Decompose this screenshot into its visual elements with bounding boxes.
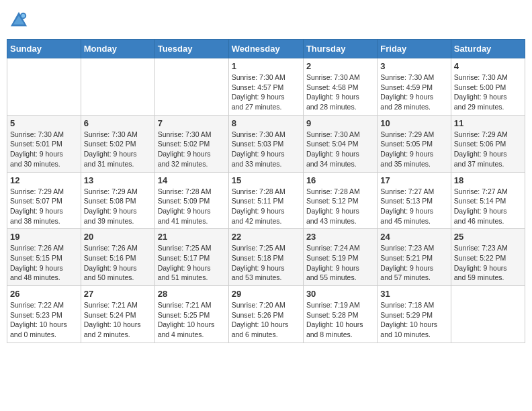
calendar-cell: 4Sunrise: 7:30 AM Sunset: 5:00 PM Daylig… [451,58,525,116]
day-number: 15 [232,175,300,185]
day-number: 27 [84,289,152,299]
day-info: Sunrise: 7:23 AM Sunset: 5:21 PM Dayligh… [380,243,447,283]
weekday-header: Tuesday [154,40,228,58]
day-number: 5 [10,118,78,128]
calendar-cell [451,286,525,343]
calendar-cell: 24Sunrise: 7:23 AM Sunset: 5:21 PM Dayli… [378,229,451,286]
day-info: Sunrise: 7:29 AM Sunset: 5:06 PM Dayligh… [454,130,522,169]
calendar-cell: 25Sunrise: 7:23 AM Sunset: 5:22 PM Dayli… [451,229,525,286]
day-info: Sunrise: 7:26 AM Sunset: 5:16 PM Dayligh… [84,243,152,283]
day-number: 13 [84,175,152,185]
day-number: 22 [232,232,300,242]
calendar-cell: 6Sunrise: 7:30 AM Sunset: 5:02 PM Daylig… [81,115,154,172]
day-info: Sunrise: 7:27 AM Sunset: 5:13 PM Dayligh… [380,187,447,226]
weekday-header: Saturday [451,40,525,58]
day-number: 10 [380,118,447,128]
day-info: Sunrise: 7:24 AM Sunset: 5:19 PM Dayligh… [306,243,374,283]
day-info: Sunrise: 7:30 AM Sunset: 5:04 PM Dayligh… [306,130,374,169]
day-info: Sunrise: 7:28 AM Sunset: 5:09 PM Dayligh… [158,187,226,226]
day-number: 26 [10,289,78,299]
day-number: 28 [158,289,226,299]
weekday-header: Friday [378,40,451,58]
day-number: 19 [10,232,78,242]
calendar-cell: 30Sunrise: 7:19 AM Sunset: 5:28 PM Dayli… [303,286,377,343]
calendar-header-row: SundayMondayTuesdayWednesdayThursdayFrid… [7,40,525,58]
day-info: Sunrise: 7:23 AM Sunset: 5:22 PM Dayligh… [454,243,522,283]
day-number: 16 [306,175,374,185]
day-number: 25 [454,232,522,242]
calendar-cell: 18Sunrise: 7:27 AM Sunset: 5:14 PM Dayli… [451,172,525,229]
day-info: Sunrise: 7:21 AM Sunset: 5:24 PM Dayligh… [84,300,152,340]
weekday-header: Sunday [7,40,81,58]
calendar-week-row: 5Sunrise: 7:30 AM Sunset: 5:01 PM Daylig… [7,115,525,172]
weekday-header: Wednesday [228,40,303,58]
day-info: Sunrise: 7:25 AM Sunset: 5:17 PM Dayligh… [158,243,226,283]
day-info: Sunrise: 7:21 AM Sunset: 5:25 PM Dayligh… [158,300,226,340]
calendar-cell: 27Sunrise: 7:21 AM Sunset: 5:24 PM Dayli… [81,286,154,343]
calendar-cell: 22Sunrise: 7:25 AM Sunset: 5:18 PM Dayli… [228,229,303,286]
day-number: 30 [306,289,374,299]
day-info: Sunrise: 7:26 AM Sunset: 5:15 PM Dayligh… [10,243,78,283]
day-info: Sunrise: 7:30 AM Sunset: 5:02 PM Dayligh… [158,130,226,169]
calendar-week-row: 1Sunrise: 7:30 AM Sunset: 4:57 PM Daylig… [7,58,525,116]
day-number: 2 [306,61,374,71]
calendar-cell: 16Sunrise: 7:28 AM Sunset: 5:12 PM Dayli… [303,172,377,229]
day-info: Sunrise: 7:30 AM Sunset: 4:57 PM Dayligh… [232,73,300,112]
calendar-cell: 17Sunrise: 7:27 AM Sunset: 5:13 PM Dayli… [378,172,451,229]
calendar-week-row: 12Sunrise: 7:29 AM Sunset: 5:07 PM Dayli… [7,172,525,229]
day-info: Sunrise: 7:29 AM Sunset: 5:08 PM Dayligh… [84,187,152,226]
calendar-cell: 20Sunrise: 7:26 AM Sunset: 5:16 PM Dayli… [81,229,154,286]
day-number: 18 [454,175,522,185]
day-info: Sunrise: 7:20 AM Sunset: 5:26 PM Dayligh… [232,300,300,340]
calendar-week-row: 26Sunrise: 7:22 AM Sunset: 5:23 PM Dayli… [7,286,525,343]
calendar-cell: 7Sunrise: 7:30 AM Sunset: 5:02 PM Daylig… [154,115,228,172]
calendar-table: SundayMondayTuesdayWednesdayThursdayFrid… [7,39,525,343]
day-number: 11 [454,118,522,128]
calendar-cell: 21Sunrise: 7:25 AM Sunset: 5:17 PM Dayli… [154,229,228,286]
calendar-cell: 19Sunrise: 7:26 AM Sunset: 5:15 PM Dayli… [7,229,81,286]
day-number: 29 [232,289,300,299]
day-info: Sunrise: 7:18 AM Sunset: 5:29 PM Dayligh… [380,300,447,340]
calendar-cell: 11Sunrise: 7:29 AM Sunset: 5:06 PM Dayli… [451,115,525,172]
calendar-cell: 31Sunrise: 7:18 AM Sunset: 5:29 PM Dayli… [378,286,451,343]
calendar-cell: 3Sunrise: 7:30 AM Sunset: 4:59 PM Daylig… [378,58,451,116]
logo-icon [9,11,28,30]
day-info: Sunrise: 7:22 AM Sunset: 5:23 PM Dayligh… [10,300,78,340]
day-number: 20 [84,232,152,242]
logo [9,11,31,30]
calendar-cell [81,58,154,116]
day-info: Sunrise: 7:30 AM Sunset: 5:00 PM Dayligh… [454,73,522,112]
calendar-cell: 5Sunrise: 7:30 AM Sunset: 5:01 PM Daylig… [7,115,81,172]
day-info: Sunrise: 7:28 AM Sunset: 5:12 PM Dayligh… [306,187,374,226]
day-number: 7 [158,118,226,128]
calendar-cell: 15Sunrise: 7:28 AM Sunset: 5:11 PM Dayli… [228,172,303,229]
day-info: Sunrise: 7:30 AM Sunset: 4:58 PM Dayligh… [306,73,374,112]
day-info: Sunrise: 7:29 AM Sunset: 5:07 PM Dayligh… [10,187,78,226]
calendar-cell [7,58,81,116]
calendar-cell [154,58,228,116]
day-info: Sunrise: 7:30 AM Sunset: 5:01 PM Dayligh… [10,130,78,169]
calendar-cell: 12Sunrise: 7:29 AM Sunset: 5:07 PM Dayli… [7,172,81,229]
day-info: Sunrise: 7:30 AM Sunset: 5:02 PM Dayligh… [84,130,152,169]
calendar-cell: 23Sunrise: 7:24 AM Sunset: 5:19 PM Dayli… [303,229,377,286]
calendar-cell: 9Sunrise: 7:30 AM Sunset: 5:04 PM Daylig… [303,115,377,172]
day-number: 3 [380,61,447,71]
day-info: Sunrise: 7:19 AM Sunset: 5:28 PM Dayligh… [306,300,374,340]
calendar-cell: 10Sunrise: 7:29 AM Sunset: 5:05 PM Dayli… [378,115,451,172]
day-number: 1 [232,61,300,71]
calendar-cell: 29Sunrise: 7:20 AM Sunset: 5:26 PM Dayli… [228,286,303,343]
calendar-cell: 2Sunrise: 7:30 AM Sunset: 4:58 PM Daylig… [303,58,377,116]
weekday-header: Monday [81,40,154,58]
day-info: Sunrise: 7:27 AM Sunset: 5:14 PM Dayligh… [454,187,522,226]
day-number: 31 [380,289,447,299]
calendar-cell: 28Sunrise: 7:21 AM Sunset: 5:25 PM Dayli… [154,286,228,343]
day-info: Sunrise: 7:25 AM Sunset: 5:18 PM Dayligh… [232,243,300,283]
calendar-week-row: 19Sunrise: 7:26 AM Sunset: 5:15 PM Dayli… [7,229,525,286]
page-header [7,7,525,34]
day-number: 9 [306,118,374,128]
svg-point-3 [21,14,26,18]
day-number: 14 [158,175,226,185]
day-info: Sunrise: 7:29 AM Sunset: 5:05 PM Dayligh… [380,130,447,169]
calendar-cell: 1Sunrise: 7:30 AM Sunset: 4:57 PM Daylig… [228,58,303,116]
day-info: Sunrise: 7:30 AM Sunset: 4:59 PM Dayligh… [380,73,447,112]
